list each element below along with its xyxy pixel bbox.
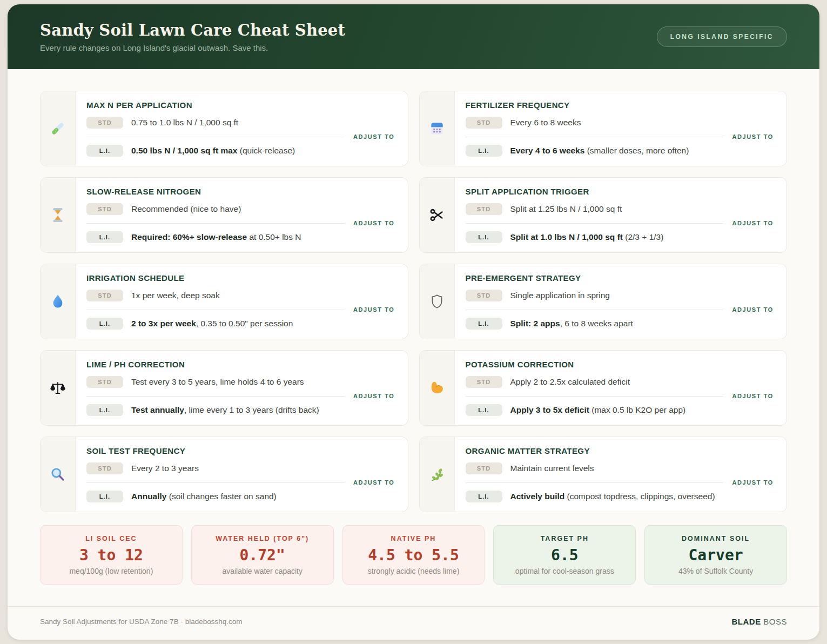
scissors-icon	[420, 178, 455, 252]
card-title: MAX N PER APPLICATION	[86, 100, 395, 110]
li-value-rest: , 0.35 to 0.50" per session	[196, 319, 293, 328]
li-value-rest: (max 0.5 lb K2O per app)	[589, 405, 685, 414]
adjust-to-label: ADJUST TO	[353, 393, 395, 399]
stat-sub: available water capacity	[196, 567, 329, 575]
divider	[86, 396, 345, 397]
li-badge: L.I.	[466, 231, 502, 243]
li-value-bold: 0.50 lbs N / 1,000 sq ft max	[131, 146, 237, 155]
li-value: Apply 3 to 5x deficit (max 0.5 lb K2O pe…	[510, 405, 686, 415]
li-badge: L.I.	[466, 145, 502, 157]
card-soil-test-frequency: SOIL TEST FREQUENCY STD Every 2 to 3 yea…	[40, 437, 408, 512]
std-value: Every 2 to 3 years	[131, 464, 199, 473]
std-value: 0.75 to 1.0 lbs N / 1,000 sq ft	[131, 118, 238, 128]
card-title: SOIL TEST FREQUENCY	[86, 446, 395, 455]
hourglass-icon	[41, 178, 76, 252]
adjust-to-label: ADJUST TO	[732, 393, 774, 399]
divider	[86, 137, 345, 137]
page-subtitle: Every rule changes on Long Island's glac…	[40, 43, 345, 52]
li-badge: L.I.	[86, 231, 123, 243]
adjust-to-label: ADJUST TO	[732, 479, 774, 486]
stat-target-ph: TARGET PH 6.5 optimal for cool-season gr…	[493, 525, 636, 585]
li-badge: L.I.	[466, 318, 502, 330]
li-value: Required: 60%+ slow-release at 0.50+ lbs…	[131, 232, 301, 242]
li-value-rest: , 6 to 8 weeks apart	[560, 319, 633, 328]
rule-card-grid: MAX N PER APPLICATION STD 0.75 to 1.0 lb…	[40, 91, 787, 512]
li-badge: L.I.	[86, 318, 123, 330]
card-title: SPLIT APPLICATION TRIGGER	[466, 187, 774, 196]
brand-bold: BLADE	[731, 617, 761, 626]
card-title: IRRIGATION SCHEDULE	[86, 273, 395, 283]
brand-logo: BLADE BOSS	[731, 617, 787, 626]
stat-value: 0.72"	[196, 546, 329, 565]
stat-label: TARGET PH	[498, 535, 631, 542]
li-badge: L.I.	[86, 145, 123, 157]
header-text: Sandy Soil Lawn Care Cheat Sheet Every r…	[40, 21, 345, 52]
li-value: 0.50 lbs N / 1,000 sq ft max (quick-rele…	[131, 146, 295, 156]
card-irrigation-schedule: IRRIGATION SCHEDULE STD 1x per week, dee…	[40, 264, 408, 339]
divider	[86, 482, 345, 483]
card-title: PRE-EMERGENT STRATEGY	[466, 273, 774, 283]
std-badge: STD	[466, 117, 502, 129]
std-value: 1x per week, deep soak	[131, 291, 220, 300]
cheat-sheet: Sandy Soil Lawn Care Cheat Sheet Every r…	[8, 4, 819, 640]
stat-label: NATIVE PH	[347, 535, 480, 542]
card-split-application-trigger: SPLIT APPLICATION TRIGGER STD Split at 1…	[419, 177, 788, 253]
balance-scale-icon	[41, 351, 76, 425]
li-value-bold: Split at 1.0 lbs N / 1,000 sq ft	[510, 232, 623, 242]
card-potassium-correction: POTASSIUM CORRECTION STD Apply 2 to 2.5x…	[419, 350, 788, 426]
li-value-rest: (2/3 + 1/3)	[623, 232, 663, 242]
std-badge: STD	[466, 376, 502, 388]
li-value-bold: Actively build	[510, 492, 565, 501]
li-value: 2 to 3x per week, 0.35 to 0.50" per sess…	[131, 319, 293, 328]
std-badge: STD	[466, 203, 502, 215]
std-badge: STD	[86, 117, 123, 129]
stat-sub: strongly acidic (needs lime)	[347, 567, 480, 575]
herb-sprig-icon	[420, 437, 455, 512]
stat-sub: meq/100g (low retention)	[45, 567, 178, 575]
shield-icon	[420, 264, 455, 339]
adjust-to-label: ADJUST TO	[732, 306, 774, 313]
li-value-bold: Apply 3 to 5x deficit	[510, 405, 589, 414]
card-title: LIME / PH CORRECTION	[86, 360, 395, 369]
magnifier-icon	[41, 437, 76, 512]
li-value: Annually (soil changes faster on sand)	[131, 492, 277, 501]
li-badge: L.I.	[86, 404, 123, 416]
page-title: Sandy Soil Lawn Care Cheat Sheet	[40, 21, 345, 39]
divider	[466, 137, 724, 137]
stat-value: 3 to 12	[45, 546, 178, 565]
adjust-to-label: ADJUST TO	[353, 220, 395, 226]
std-value: Recommended (nice to have)	[131, 204, 241, 214]
std-badge: STD	[466, 290, 502, 301]
card-title: POTASSIUM CORRECTION	[466, 360, 774, 369]
li-badge: L.I.	[86, 491, 123, 502]
li-value-bold: Every 4 to 6 weeks	[510, 146, 585, 155]
std-badge: STD	[86, 376, 123, 388]
li-value-rest: (soil changes faster on sand)	[166, 492, 276, 501]
card-lime-ph-correction: LIME / PH CORRECTION STD Test every 3 to…	[40, 350, 408, 426]
li-value: Test annually, lime every 1 to 3 years (…	[131, 405, 319, 415]
stat-water-held: WATER HELD (TOP 6") 0.72" available wate…	[191, 525, 334, 585]
li-badge: L.I.	[466, 404, 502, 416]
header: Sandy Soil Lawn Care Cheat Sheet Every r…	[8, 4, 819, 69]
std-value: Apply 2 to 2.5x calculated deficit	[510, 377, 630, 387]
li-value-rest: (smaller doses, more often)	[584, 146, 689, 155]
adjust-to-label: ADJUST TO	[353, 133, 395, 140]
adjust-to-label: ADJUST TO	[732, 220, 774, 226]
li-value-bold: Required: 60%+ slow-release	[131, 232, 247, 242]
card-title: ORGANIC MATTER STRATEGY	[466, 446, 774, 455]
li-value: Actively build (compost topdress, clippi…	[510, 492, 715, 501]
li-value-rest: (compost topdress, clippings, overseed)	[564, 492, 715, 501]
stat-box-row: LI SOIL CEC 3 to 12 meq/100g (low retent…	[40, 525, 787, 585]
stat-value: 6.5	[498, 546, 631, 565]
std-badge: STD	[86, 462, 123, 474]
stat-sub: optimal for cool-season grass	[498, 567, 631, 575]
li-value-rest: (quick-release)	[237, 146, 295, 155]
divider	[466, 396, 724, 397]
li-value-rest: at 0.50+ lbs N	[247, 232, 301, 242]
li-value: Every 4 to 6 weeks (smaller doses, more …	[510, 146, 689, 156]
region-badge: LONG ISLAND SPECIFIC	[657, 26, 787, 47]
card-title: SLOW-RELEASE NITROGEN	[86, 187, 395, 196]
li-value-bold: Split: 2 apps	[510, 319, 560, 328]
divider	[86, 310, 345, 310]
divider	[86, 223, 345, 224]
